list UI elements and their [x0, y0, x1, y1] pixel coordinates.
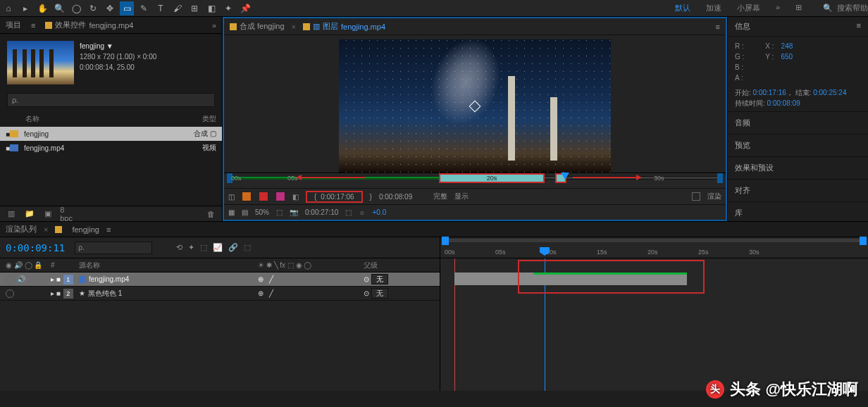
- res-label[interactable]: 完整: [433, 192, 447, 201]
- effects-tab[interactable]: 效果控件: [55, 20, 86, 30]
- timeline-search[interactable]: ρ.: [75, 242, 152, 254]
- project-row-comp[interactable]: ■ fengjing 合成 ▢: [0, 127, 222, 141]
- scrub-label: 00s: [231, 175, 242, 182]
- prev-icon[interactable]: ◧: [292, 193, 299, 201]
- alpha-icon[interactable]: ◫: [228, 193, 235, 201]
- channel-icon[interactable]: ⬚: [345, 208, 352, 216]
- comp-menu-icon[interactable]: ≡: [716, 23, 720, 31]
- work-area-scrubber[interactable]: 00s 05s 20s 30s: [224, 173, 726, 189]
- current-time[interactable]: 0:00:09:11: [6, 242, 65, 253]
- asset-thumbnail[interactable]: [7, 41, 74, 84]
- project-panel-tabs: 项目 ≡ 效果控件 fengjing.mp4 »: [0, 17, 222, 34]
- col-parent[interactable]: 父级: [364, 261, 434, 270]
- hand-icon[interactable]: ✋: [35, 1, 49, 15]
- comp-tab-2[interactable]: ▥ 图层 fengjing.mp4: [303, 21, 385, 32]
- viewer[interactable]: [224, 35, 726, 173]
- mask-icon[interactable]: ⬚: [276, 208, 283, 216]
- guides-icon[interactable]: ▤: [242, 208, 248, 216]
- rect-icon[interactable]: ▭: [120, 1, 134, 15]
- panel-effects[interactable]: 效果和预设: [728, 156, 868, 179]
- graph-icon[interactable]: 📈: [213, 243, 223, 252]
- home-icon[interactable]: ⌂: [1, 1, 16, 15]
- playhead-icon[interactable]: [561, 173, 569, 180]
- trash-icon[interactable]: 🗑: [205, 209, 216, 219]
- work-out-handle[interactable]: [860, 237, 867, 245]
- interpret-icon[interactable]: ▥: [6, 209, 17, 219]
- workspace-tab-1[interactable]: 加速: [706, 3, 721, 13]
- orbit-icon[interactable]: ◯: [69, 1, 83, 15]
- quality-icon[interactable]: ✦: [188, 243, 194, 252]
- comp-new-icon[interactable]: ▣: [42, 209, 54, 219]
- shy-icon[interactable]: ⟲: [176, 243, 182, 252]
- panel-align[interactable]: 对齐: [728, 179, 868, 201]
- project-tab[interactable]: 项目: [6, 20, 21, 30]
- pickwhip-icon[interactable]: ⊙: [364, 289, 369, 297]
- comp-tab-1[interactable]: 合成 fengjing: [230, 21, 285, 32]
- timeline-tabs: 渲染队列 × fengjing ≡: [0, 222, 868, 237]
- layer-row-2[interactable]: ▸ ■ 2 ★ 黑色纯色 1 ⊕ ╱ ⊙ 无: [0, 287, 440, 301]
- snapshot-icon[interactable]: 📷: [290, 208, 298, 216]
- in-time-value: 0:00:17:06: [321, 193, 354, 201]
- pen-icon[interactable]: ✎: [137, 1, 151, 15]
- help-search[interactable]: 🔍 搜索帮助: [823, 3, 868, 13]
- render-checkbox[interactable]: [692, 192, 700, 201]
- visibility-icon[interactable]: [6, 275, 14, 284]
- panel-audio[interactable]: 音频: [728, 111, 868, 134]
- view-label[interactable]: 显示: [454, 192, 469, 201]
- rotate-icon[interactable]: ↻: [86, 1, 100, 15]
- work-area-segment[interactable]: 20s: [439, 173, 545, 183]
- pointer-icon[interactable]: ▸: [18, 1, 32, 15]
- swatch-icon[interactable]: [242, 192, 252, 201]
- work-in-handle[interactable]: [442, 237, 449, 245]
- workspace-tab-default[interactable]: 默认: [675, 3, 690, 13]
- stamp-icon[interactable]: ⊞: [187, 1, 202, 15]
- eraser-icon[interactable]: ◧: [204, 1, 218, 15]
- panel-menu-icon[interactable]: ≡: [857, 21, 861, 30]
- tab-comp[interactable]: fengjing: [72, 225, 99, 234]
- layer-row-1[interactable]: 🔊 ▸ ■ 1 fengjing.mp4 ⊕ ╱ ⊙ 无: [0, 273, 440, 287]
- attach-icon[interactable]: 🔗: [228, 243, 238, 252]
- out-handle[interactable]: [717, 173, 723, 183]
- panel-preview[interactable]: 预览: [728, 134, 868, 156]
- panel-close-icon[interactable]: »: [212, 21, 216, 30]
- text-icon[interactable]: T: [154, 1, 168, 15]
- overflow-icon[interactable]: ⊞: [795, 3, 802, 13]
- anchor-icon[interactable]: ✥: [103, 1, 117, 15]
- effects-tab-file: fengjing.mp4: [89, 21, 133, 30]
- exposure-icon[interactable]: ☼: [359, 208, 365, 216]
- motion-blur-icon[interactable]: ⬚: [200, 243, 207, 252]
- col-name[interactable]: 名称: [25, 114, 167, 124]
- brush-icon[interactable]: 🖌: [170, 1, 185, 15]
- time-ruler[interactable]: 00s 05s 10s 15s 20s 25s 30s: [440, 237, 868, 258]
- asset-duration: 0:00:08:14, 25.00: [80, 62, 156, 73]
- pickwhip-icon[interactable]: ⊙: [364, 275, 369, 283]
- workspace-more[interactable]: »: [776, 3, 780, 13]
- roto-icon[interactable]: ✦: [221, 1, 235, 15]
- folder-new-icon[interactable]: 📁: [24, 209, 35, 219]
- project-panel: 项目 ≡ 效果控件 fengjing.mp4 » fengjing ▼ 1280…: [0, 17, 223, 221]
- playhead[interactable]: [540, 247, 550, 256]
- col-source-name[interactable]: 源名称: [79, 261, 258, 270]
- toutiao-icon: 头: [706, 380, 724, 399]
- timeline-tracks[interactable]: 00s 05s 10s 15s 20s 25s 30s: [440, 237, 868, 391]
- grid-icon[interactable]: ▦: [228, 208, 235, 216]
- parent-select[interactable]: 无: [371, 288, 388, 299]
- scrub-mid: 20s: [487, 175, 497, 182]
- project-tab-menu-icon[interactable]: ≡: [31, 21, 35, 30]
- in-time-box[interactable]: { 0:00:17:06: [306, 191, 363, 203]
- 3d-icon[interactable]: ⬚: [244, 243, 251, 252]
- puppet-icon[interactable]: 📌: [238, 1, 252, 15]
- zoom-icon[interactable]: 🔍: [52, 1, 66, 15]
- project-search[interactable]: ρ.: [7, 93, 215, 107]
- watermark-text: 头条 @快乐江湖啊: [730, 379, 858, 400]
- tab-render-queue[interactable]: 渲染队列: [6, 224, 37, 234]
- col-type[interactable]: 类型: [167, 114, 216, 124]
- bpp-toggle[interactable]: 8 bpc: [61, 209, 72, 219]
- tab-menu-icon[interactable]: ≡: [106, 225, 111, 234]
- swatch-icon[interactable]: [259, 192, 268, 201]
- parent-select[interactable]: 无: [371, 274, 388, 284]
- swatch-icon[interactable]: [275, 192, 285, 201]
- visibility-icon[interactable]: [6, 289, 14, 298]
- workspace-tab-2[interactable]: 小屏幕: [737, 3, 760, 13]
- project-row-footage[interactable]: ■ fengjing.mp4 视频: [0, 141, 222, 155]
